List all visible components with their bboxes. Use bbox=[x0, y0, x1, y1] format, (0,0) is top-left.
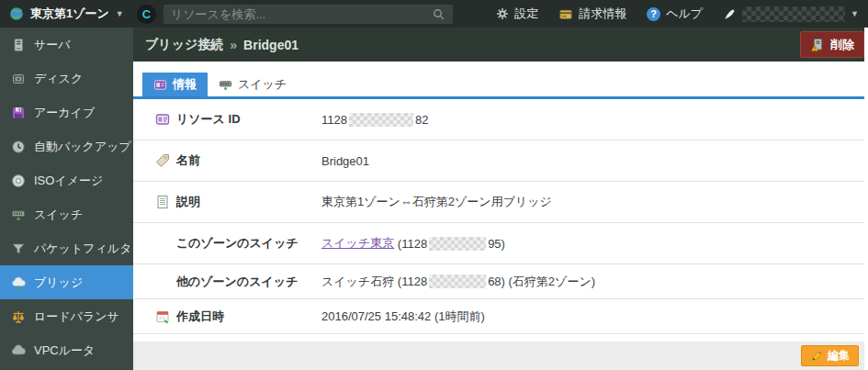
row-label-group: リソース ID bbox=[155, 111, 321, 128]
row-value: スイッチ石狩 (1128 68) (石狩第2ゾーン) bbox=[321, 274, 595, 290]
sidebar-item-load-balancer[interactable]: ロードバランサ bbox=[0, 299, 133, 333]
load-balancer-scales-icon bbox=[11, 309, 26, 324]
sidebar-item-label: ロードバランサ bbox=[34, 308, 119, 325]
sidebar-item-label: ISOイメージ bbox=[34, 173, 103, 189]
gear-icon bbox=[496, 7, 509, 20]
row-resource-id: リソース ID 1128 82 bbox=[133, 99, 864, 140]
topbar-menu: 設定 請求情報 ヘルプ ▼ bbox=[496, 6, 868, 22]
sidebar-item-bridge[interactable]: ブリッジ bbox=[0, 265, 133, 299]
user-menu[interactable]: ▼ bbox=[723, 6, 859, 22]
edit-button-label: 編集 bbox=[828, 348, 850, 364]
search-input[interactable] bbox=[171, 7, 432, 21]
row-label: リソース ID bbox=[176, 111, 241, 128]
tab-switch[interactable]: スイッチ bbox=[208, 73, 298, 96]
edit-button[interactable]: 編集 bbox=[801, 345, 859, 366]
billing-icon bbox=[558, 7, 573, 21]
row-created-at: 作成日時 2016/07/25 15:48:42 (1時間前) bbox=[133, 299, 864, 334]
resource-id-prefix: 1128 bbox=[321, 113, 347, 127]
billing-label: 請求情報 bbox=[579, 6, 626, 22]
switch-icon bbox=[11, 207, 26, 222]
icon-placeholder bbox=[155, 275, 170, 289]
row-label-group: 他のゾーンのスイッチ bbox=[155, 274, 321, 290]
settings-menu-item[interactable]: 設定 bbox=[496, 6, 538, 22]
switch-tokyo-link[interactable]: スイッチ東京 bbox=[321, 235, 394, 252]
globe-icon bbox=[9, 6, 24, 21]
sidebar-item-server[interactable]: サーバ bbox=[0, 28, 133, 62]
row-label: 説明 bbox=[176, 194, 200, 210]
row-value: 2016/07/25 15:48:42 (1時間前) bbox=[321, 308, 485, 325]
switch-icon bbox=[219, 78, 232, 92]
sidebar-item-label: VPCルータ bbox=[34, 342, 95, 359]
delete-server-warning-icon bbox=[810, 38, 825, 52]
name-value: Bridge01 bbox=[321, 154, 369, 168]
description-notepad-icon bbox=[155, 195, 170, 209]
row-this-zone-switch: このゾーンのスイッチ スイッチ東京 (1128 95) bbox=[133, 223, 864, 264]
refresh-button[interactable] bbox=[137, 5, 156, 24]
row-label-group: 名前 bbox=[155, 152, 321, 169]
resource-id-card-icon bbox=[155, 112, 170, 127]
delete-button[interactable]: 削除 bbox=[800, 31, 864, 58]
row-description: 説明 東京第1ゾーン⇔石狩第2ゾーン用ブリッジ bbox=[133, 182, 864, 223]
sidebar-item-iso-image[interactable]: ISOイメージ bbox=[0, 163, 133, 197]
backup-clock-icon bbox=[11, 140, 26, 154]
redacted-block bbox=[429, 275, 486, 288]
pencil-icon bbox=[810, 350, 823, 363]
help-menu-item[interactable]: ヘルプ bbox=[647, 6, 703, 22]
content-header: ブリッジ接続 » Bridge01 削除 bbox=[133, 28, 864, 62]
settings-label: 設定 bbox=[514, 6, 538, 22]
sidebar-item-archive[interactable]: アーカイブ bbox=[0, 95, 133, 129]
sidebar-item-label: スイッチ bbox=[34, 207, 83, 223]
row-value: スイッチ東京 (1128 95) bbox=[321, 235, 505, 252]
search-icon bbox=[432, 7, 445, 21]
row-label-group: このゾーンのスイッチ bbox=[155, 235, 321, 252]
sidebar-item-vpc-router[interactable]: VPCルータ bbox=[0, 333, 133, 367]
tab-info[interactable]: 情報 bbox=[142, 73, 208, 96]
sidebar-item-label: サーバ bbox=[34, 37, 71, 53]
sidebar-item-disk[interactable]: ディスク bbox=[0, 62, 133, 95]
calendar-icon bbox=[155, 309, 170, 324]
name-tag-icon bbox=[155, 153, 170, 168]
tab-info-label: 情報 bbox=[173, 76, 197, 93]
sidebar-item-switch[interactable]: スイッチ bbox=[0, 197, 133, 231]
search-box[interactable] bbox=[163, 5, 453, 24]
sidebar-item-label: ブリッジ bbox=[34, 275, 83, 291]
row-label-group: 説明 bbox=[155, 194, 321, 210]
zone-selector[interactable]: 東京第1ゾーン ▼ bbox=[0, 6, 133, 22]
user-name-redacted bbox=[742, 6, 845, 22]
billing-menu-item[interactable]: 請求情報 bbox=[558, 6, 626, 22]
redacted-block bbox=[349, 113, 413, 127]
row-label: 作成日時 bbox=[176, 308, 224, 325]
row-label: 他のゾーンのスイッチ bbox=[176, 274, 298, 290]
topbar: 東京第1ゾーン ▼ 設定 請求情報 ヘルプ bbox=[0, 0, 868, 28]
pen-icon bbox=[723, 7, 737, 21]
tab-switch-label: スイッチ bbox=[238, 76, 287, 93]
row-label: 名前 bbox=[176, 152, 200, 169]
switch-id-prefix: (1128 bbox=[394, 237, 427, 251]
row-value: 東京第1ゾーン⇔石狩第2ゾーン用ブリッジ bbox=[321, 194, 552, 210]
chevron-down-icon: ▼ bbox=[116, 9, 124, 18]
disk-icon bbox=[11, 72, 26, 86]
server-icon bbox=[11, 38, 26, 52]
chevron-down-icon: ▼ bbox=[851, 9, 859, 18]
sidebar-item-label: パケットフィルタ bbox=[34, 241, 131, 257]
other-switch-suffix: 68) (石狩第2ゾーン) bbox=[488, 274, 595, 290]
breadcrumb-section: ブリッジ接続 bbox=[145, 37, 223, 53]
other-switch-prefix: スイッチ石狩 (1128 bbox=[321, 274, 427, 290]
vpc-cloud-icon bbox=[11, 343, 26, 358]
zone-label: 東京第1ゾーン bbox=[30, 6, 109, 22]
row-other-zone-switch: 他のゾーンのスイッチ スイッチ石狩 (1128 68) (石狩第2ゾーン) bbox=[133, 264, 864, 299]
icon-placeholder bbox=[155, 236, 170, 251]
breadcrumb-item: Bridge01 bbox=[243, 38, 299, 52]
bridge-icon bbox=[11, 275, 26, 290]
row-value: 1128 82 bbox=[321, 113, 428, 127]
archive-floppy-icon bbox=[11, 106, 26, 120]
iso-disc-icon bbox=[11, 174, 26, 188]
sidebar-item-packet-filter[interactable]: パケットフィルタ bbox=[0, 231, 133, 265]
created-at-value: 2016/07/25 15:48:42 (1時間前) bbox=[321, 308, 485, 325]
sidebar-item-auto-backup[interactable]: 自動バックアップ bbox=[0, 129, 133, 163]
switch-id-suffix: 95) bbox=[488, 237, 505, 251]
description-value: 東京第1ゾーン⇔石狩第2ゾーン用ブリッジ bbox=[321, 194, 552, 210]
content-area: ブリッジ接続 » Bridge01 削除 情報 bbox=[133, 28, 868, 370]
footer-bar: 編集 bbox=[133, 342, 864, 370]
delete-button-label: 削除 bbox=[830, 37, 854, 53]
